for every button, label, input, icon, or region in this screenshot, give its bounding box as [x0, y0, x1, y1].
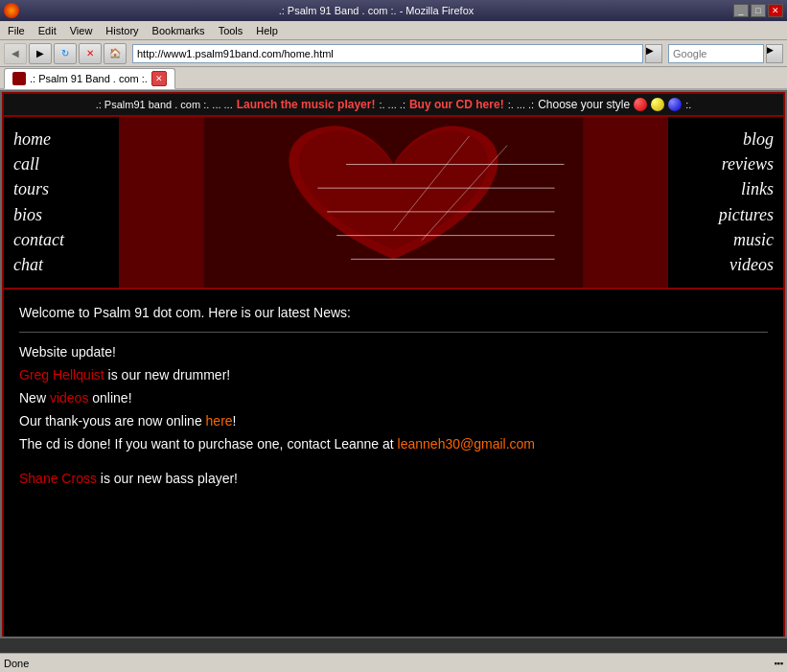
tab-label: .: Psalm 91 Band . com :.	[30, 73, 148, 84]
right-nav: blog reviews links pictures music videos	[668, 117, 783, 288]
shane-cross-link[interactable]: Shane Cross	[19, 471, 97, 486]
status-bar: Done ▪▪▪	[0, 653, 787, 672]
window-title: .: Psalm 91 Band . com :. - Mozilla Fire…	[19, 5, 733, 16]
nav-chat[interactable]: chat	[4, 255, 119, 275]
browser-content: .: Psalm91 band . com :. ... ... Launch …	[0, 90, 787, 638]
back-button[interactable]: ◀	[4, 43, 27, 64]
stop-button[interactable]: ✕	[79, 43, 102, 64]
style-ball-blue[interactable]	[668, 98, 682, 111]
drummer-section: Greg Hellquist is our new drummer!	[19, 367, 768, 382]
videos-prefix: New	[19, 390, 50, 406]
reload-button[interactable]: ↻	[54, 43, 77, 64]
cd-text: The cd is done! If you want to purchase …	[19, 436, 398, 452]
home-button[interactable]: 🏠	[104, 43, 127, 64]
content-divider	[19, 332, 768, 333]
nav-reviews[interactable]: reviews	[668, 154, 783, 174]
toolbar: ◀ ▶ ↻ ✕ 🏠 ▶ ▶	[0, 40, 787, 67]
cd-email-link[interactable]: leanneh30@gmail.com	[398, 436, 535, 452]
nav-videos[interactable]: videos	[668, 255, 783, 275]
menu-bar: File Edit View History Bookmarks Tools H…	[0, 21, 787, 40]
menu-file[interactable]: File	[2, 23, 31, 38]
center-image	[119, 117, 668, 288]
menu-view[interactable]: View	[64, 23, 99, 38]
launch-music-link[interactable]: Launch the music player!	[237, 98, 376, 111]
active-tab[interactable]: .: Psalm 91 Band . com :. ✕	[4, 68, 175, 89]
topnav-prefix: .: Psalm91 band . com :. ... ...	[96, 99, 233, 110]
search-go-button[interactable]: ▶	[766, 44, 783, 63]
style-ball-red[interactable]	[634, 98, 647, 111]
address-bar-container: ▶	[132, 44, 662, 63]
here-link[interactable]: here	[206, 413, 233, 429]
menu-help[interactable]: Help	[250, 23, 284, 38]
address-bar[interactable]	[132, 44, 643, 63]
buy-cd-link[interactable]: Buy our CD here!	[409, 98, 504, 111]
top-nav-strip: .: Psalm91 band . com :. ... ... Launch …	[2, 92, 785, 117]
minimize-button[interactable]: _	[733, 4, 749, 17]
firefox-icon	[4, 3, 19, 18]
menu-bookmarks[interactable]: Bookmarks	[147, 23, 211, 38]
main-nav-area: home call tours bios contact chat	[2, 117, 785, 290]
cd-section: The cd is done! If you want to purchase …	[19, 436, 768, 452]
choose-style-link[interactable]: Choose your style	[538, 98, 630, 111]
nav-bios[interactable]: bios	[4, 205, 119, 225]
nav-blog[interactable]: blog	[668, 129, 783, 150]
welcome-text: Welcome to Psalm 91 dot com. Here is our…	[19, 305, 768, 320]
search-container: ▶	[668, 44, 783, 63]
nav-contact[interactable]: contact	[4, 230, 119, 250]
search-input[interactable]	[668, 44, 764, 63]
videos-link[interactable]: videos	[50, 390, 88, 406]
status-text: Done	[4, 658, 774, 669]
topnav-suffix: :.	[685, 99, 691, 110]
thankyou-section: Our thank-yous are now online here!	[19, 413, 768, 429]
tab-bar: .: Psalm 91 Band . com :. ✕	[0, 67, 787, 90]
drummer-suffix: is our new drummer!	[104, 367, 230, 382]
menu-history[interactable]: History	[100, 23, 144, 38]
videos-section: New videos online!	[19, 390, 768, 406]
nav-pictures[interactable]: pictures	[668, 205, 783, 225]
tab-close-button[interactable]: ✕	[151, 71, 167, 86]
maximize-button[interactable]: □	[751, 4, 766, 17]
content-area: Welcome to Psalm 91 dot com. Here is our…	[2, 290, 785, 638]
videos-suffix: online!	[88, 390, 131, 406]
style-ball-yellow[interactable]	[651, 98, 664, 111]
left-nav: home call tours bios contact chat	[4, 117, 119, 288]
thankyou-prefix: Our thank-yous are now online	[19, 413, 206, 429]
status-right: ▪▪▪	[774, 659, 783, 668]
shane-section: Shane Cross is our new bass player!	[19, 471, 768, 486]
shane-suffix: is our new bass player!	[97, 471, 238, 486]
tab-favicon	[12, 72, 26, 85]
menu-tools[interactable]: Tools	[213, 23, 249, 38]
topnav-sep2: :. ... .:	[508, 99, 535, 110]
forward-button[interactable]: ▶	[29, 43, 52, 64]
greg-hellquist-link[interactable]: Greg Hellquist	[19, 367, 104, 382]
thankyou-suffix: !	[233, 413, 237, 429]
nav-tours[interactable]: tours	[4, 179, 119, 199]
topnav-sep1: :. ... .:	[379, 99, 405, 110]
menu-edit[interactable]: Edit	[33, 23, 62, 38]
go-button[interactable]: ▶	[645, 44, 662, 63]
close-button[interactable]: ✕	[768, 4, 783, 17]
nav-call[interactable]: call	[4, 154, 119, 174]
nav-home[interactable]: home	[4, 129, 119, 150]
nav-links[interactable]: links	[668, 179, 783, 199]
window-controls: _ □ ✕	[733, 4, 783, 17]
update-label: Website update!	[19, 344, 768, 359]
title-bar: .: Psalm 91 Band . com :. - Mozilla Fire…	[0, 0, 787, 21]
nav-music[interactable]: music	[668, 230, 783, 250]
